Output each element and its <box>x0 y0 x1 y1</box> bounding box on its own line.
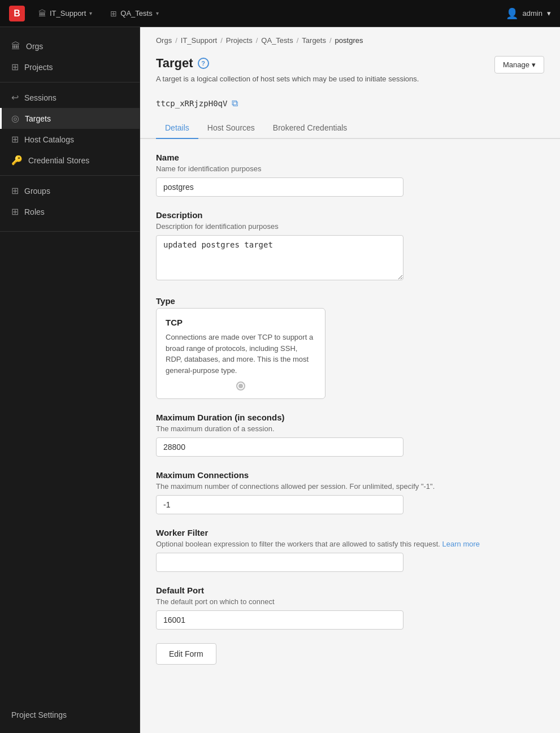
max-duration-label: Maximum Duration (in seconds) <box>156 413 544 422</box>
default-port-field: Default Port The default port on which t… <box>156 585 544 630</box>
org-selector[interactable]: 🏛 IT_Support ▾ <box>34 7 97 20</box>
sidebar-item-roles[interactable]: ⊞ Roles <box>0 201 140 222</box>
manage-button[interactable]: Manage ▾ <box>494 56 544 73</box>
page-title: Target ? <box>156 56 419 71</box>
breadcrumb-qatests[interactable]: QA_Tests <box>261 36 293 45</box>
project-chevron-icon: ▾ <box>156 10 159 16</box>
sidebar-item-orgs[interactable]: 🏛 Orgs <box>0 36 140 57</box>
max-connections-hint: The maximum number of connections allowe… <box>156 482 544 491</box>
sidebar-divider-3 <box>0 231 140 232</box>
worker-filter-hint: Optional boolean expression to filter th… <box>156 540 544 548</box>
tabs: Details Host Sources Brokered Credential… <box>140 118 560 139</box>
worker-filter-input[interactable] <box>156 553 403 572</box>
max-connections-field: Maximum Connections The maximum number o… <box>156 470 544 514</box>
sidebar-item-label-projects: Projects <box>24 63 53 72</box>
breadcrumb-projects[interactable]: Projects <box>226 36 253 45</box>
manage-chevron-icon: ▾ <box>532 60 536 69</box>
groups-icon: ⊞ <box>11 185 19 196</box>
edit-form-button[interactable]: Edit Form <box>156 643 216 665</box>
breadcrumb-sep-2: / <box>220 36 223 45</box>
learn-more-link[interactable]: Learn more <box>442 540 480 548</box>
default-port-label: Default Port <box>156 585 544 595</box>
worker-filter-hint-text: Optional boolean expression to filter th… <box>156 540 440 548</box>
tab-brokered-credentials[interactable]: Brokered Credentials <box>264 118 357 139</box>
sidebar-item-label-sessions: Sessions <box>24 93 57 102</box>
targets-icon: ◎ <box>11 113 19 124</box>
type-label: Type <box>156 296 544 306</box>
roles-icon: ⊞ <box>11 206 19 217</box>
sidebar-item-projects[interactable]: ⊞ Projects <box>0 57 140 77</box>
projects-icon: ⊞ <box>11 62 19 72</box>
sidebar-item-sessions[interactable]: ↩ Sessions <box>0 87 140 108</box>
sidebar-item-targets[interactable]: ◎ Targets <box>0 108 140 129</box>
page-title-text: Target <box>156 56 193 71</box>
default-port-input[interactable] <box>156 610 403 630</box>
resource-id-row: ttcp_xRRjzpH0qV ⧉ <box>140 93 560 118</box>
name-label: Name <box>156 153 544 162</box>
org-chevron-icon: ▾ <box>89 10 92 16</box>
sidebar-item-credential-stores[interactable]: 🔑 Credential Stores <box>0 150 140 171</box>
resource-id: ttcp_xRRjzpH0qV <box>156 99 227 108</box>
tcp-type-card[interactable]: TCP Connections are made over TCP to sup… <box>156 308 325 399</box>
host-catalogs-icon: ⊞ <box>11 134 19 145</box>
layout: 🏛 Orgs ⊞ Projects ↩ Sessions ◎ Targets ⊞… <box>0 27 560 733</box>
tcp-radio-inner <box>238 384 243 388</box>
sidebar-item-label-orgs: Orgs <box>26 42 43 51</box>
tab-host-sources[interactable]: Host Sources <box>198 118 264 139</box>
description-hint: Description for identification purposes <box>156 222 544 231</box>
admin-chevron-icon: ▾ <box>547 9 551 18</box>
tab-details[interactable]: Details <box>156 118 198 139</box>
default-port-hint: The default port on which to connect <box>156 597 544 606</box>
sessions-icon: ↩ <box>11 92 19 103</box>
tcp-radio[interactable] <box>236 381 245 391</box>
sidebar-item-label-roles: Roles <box>24 207 45 216</box>
worker-filter-label: Worker Filter <box>156 528 544 537</box>
orgs-icon: 🏛 <box>11 41 20 51</box>
sidebar-item-project-settings[interactable]: Project Settings <box>0 706 140 724</box>
breadcrumb-sep-3: / <box>256 36 258 45</box>
description-input[interactable] <box>156 235 403 280</box>
main-content: Orgs / IT_Support / Projects / QA_Tests … <box>140 27 560 733</box>
project-selector[interactable]: ⊞ QA_Tests ▾ <box>106 7 163 20</box>
description-label: Description <box>156 210 544 220</box>
sidebar-item-groups[interactable]: ⊞ Groups <box>0 180 140 201</box>
max-duration-input[interactable] <box>156 437 403 457</box>
tcp-title: TCP <box>166 318 316 327</box>
type-field: Type TCP Connections are made over TCP t… <box>156 296 544 399</box>
org-icon: 🏛 <box>38 9 46 18</box>
topnav-left: B 🏛 IT_Support ▾ ⊞ QA_Tests ▾ <box>9 6 163 21</box>
breadcrumb-targets[interactable]: Targets <box>302 36 326 45</box>
breadcrumb-sep-1: / <box>175 36 177 45</box>
description-field: Description Description for identificati… <box>156 210 544 283</box>
sidebar: 🏛 Orgs ⊞ Projects ↩ Sessions ◎ Targets ⊞… <box>0 27 140 733</box>
user-avatar-icon: 👤 <box>506 7 518 20</box>
manage-label: Manage <box>503 60 529 69</box>
name-input[interactable] <box>156 177 403 197</box>
project-icon: ⊞ <box>110 9 117 18</box>
sidebar-nav-section: 🏛 Orgs ⊞ Projects ↩ Sessions ◎ Targets ⊞… <box>0 36 140 222</box>
sidebar-divider-1 <box>0 82 140 83</box>
help-icon[interactable]: ? <box>198 58 209 69</box>
name-hint: Name for identification purposes <box>156 164 544 173</box>
logo[interactable]: B <box>9 6 25 21</box>
breadcrumb-sep-4: / <box>297 36 299 45</box>
name-field: Name Name for identification purposes <box>156 153 544 197</box>
sidebar-item-host-catalogs[interactable]: ⊞ Host Catalogs <box>0 129 140 150</box>
breadcrumb-sep-5: / <box>329 36 332 45</box>
sidebar-divider-2 <box>0 175 140 176</box>
user-menu[interactable]: 👤 admin ▾ <box>506 7 551 20</box>
sidebar-item-label-host-catalogs: Host Catalogs <box>24 135 74 144</box>
breadcrumb-current: postgres <box>335 36 363 45</box>
max-connections-input[interactable] <box>156 495 403 514</box>
copy-icon[interactable]: ⧉ <box>232 98 238 109</box>
page-title-area: Target ? A target is a logical collectio… <box>156 56 419 84</box>
project-name: QA_Tests <box>120 9 152 18</box>
org-name: IT_Support <box>50 9 86 18</box>
tcp-description: Connections are made over TCP to support… <box>166 332 316 376</box>
breadcrumb-orgs[interactable]: Orgs <box>156 36 172 45</box>
credential-stores-icon: 🔑 <box>11 155 23 166</box>
breadcrumb-itsupport[interactable]: IT_Support <box>181 36 217 45</box>
page-header: Target ? A target is a logical collectio… <box>140 49 560 93</box>
max-duration-hint: The maximum duration of a session. <box>156 424 544 433</box>
admin-label: admin <box>523 9 542 18</box>
